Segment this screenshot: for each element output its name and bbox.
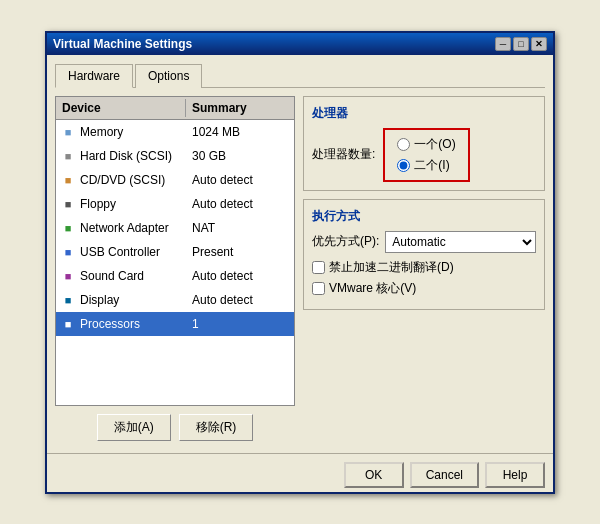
processor-radio-group: 一个(O) 二个(I) [383, 128, 469, 182]
processor-section: 处理器 处理器数量: 一个(O) 二个(I) [303, 96, 545, 191]
row-device-cell: ■ Display [56, 290, 186, 310]
bottom-buttons: 添加(A) 移除(R) [55, 414, 295, 441]
checkbox-vmware-input[interactable] [312, 282, 325, 295]
row-summary-cell: Auto detect [186, 195, 259, 213]
checkbox-binary[interactable]: 禁止加速二进制翻译(D) [312, 259, 536, 276]
row-device-name: Hard Disk (SCSI) [80, 149, 172, 163]
help-button[interactable]: Help [485, 462, 545, 488]
radio-option-two[interactable]: 二个(I) [397, 157, 455, 174]
tab-options[interactable]: Options [135, 64, 202, 88]
table-row[interactable]: ■ USB Controller Present [56, 240, 294, 264]
window-title: Virtual Machine Settings [53, 37, 192, 51]
remove-button[interactable]: 移除(R) [179, 414, 254, 441]
checkbox-vmware-label: VMware 核心(V) [329, 280, 416, 297]
radio-option-one[interactable]: 一个(O) [397, 136, 455, 153]
processor-section-title: 处理器 [312, 105, 536, 122]
row-summary-cell: Auto detect [186, 267, 259, 285]
row-summary-cell: 30 GB [186, 147, 232, 165]
priority-row: 优先方式(P): Automatic [312, 231, 536, 253]
table-row[interactable]: ■ Hard Disk (SCSI) 30 GB [56, 144, 294, 168]
radio-two[interactable] [397, 159, 410, 172]
row-device-name: CD/DVD (SCSI) [80, 173, 165, 187]
window-content: Hardware Options Device Summary ■ Memory… [47, 55, 553, 449]
table-row[interactable]: ■ Sound Card Auto detect [56, 264, 294, 288]
row-device-cell: ■ Memory [56, 122, 186, 142]
header-device: Device [56, 99, 186, 117]
title-bar-controls: ─ □ ✕ [495, 37, 547, 51]
table-row[interactable]: ■ CD/DVD (SCSI) Auto detect [56, 168, 294, 192]
row-device-cell: ■ Network Adapter [56, 218, 186, 238]
row-device-cell: ■ Processors [56, 314, 186, 334]
execution-section-title: 执行方式 [312, 208, 536, 225]
device-icon: ■ [60, 220, 76, 236]
priority-label: 优先方式(P): [312, 233, 379, 250]
ok-button[interactable]: OK [344, 462, 404, 488]
right-panel: 处理器 处理器数量: 一个(O) 二个(I) [303, 96, 545, 441]
row-device-cell: ■ Hard Disk (SCSI) [56, 146, 186, 166]
header-summary: Summary [186, 99, 253, 117]
title-bar: Virtual Machine Settings ─ □ ✕ [47, 33, 553, 55]
processor-count-label: 处理器数量: [312, 146, 375, 163]
checkbox-vmware[interactable]: VMware 核心(V) [312, 280, 536, 297]
row-device-name: USB Controller [80, 245, 160, 259]
device-icon: ■ [60, 148, 76, 164]
device-icon: ■ [60, 316, 76, 332]
execution-section: 执行方式 优先方式(P): Automatic 禁止加速二进制翻译(D) VMw… [303, 199, 545, 310]
table-row[interactable]: ■ Processors 1 [56, 312, 294, 336]
tabs: Hardware Options [55, 63, 545, 88]
radio-two-label: 二个(I) [414, 157, 449, 174]
device-icon: ■ [60, 292, 76, 308]
row-device-cell: ■ CD/DVD (SCSI) [56, 170, 186, 190]
add-button[interactable]: 添加(A) [97, 414, 171, 441]
row-device-name: Display [80, 293, 119, 307]
row-device-name: Floppy [80, 197, 116, 211]
row-device-cell: ■ Floppy [56, 194, 186, 214]
table-header: Device Summary [56, 97, 294, 120]
row-summary-cell: Present [186, 243, 239, 261]
device-icon: ■ [60, 124, 76, 140]
device-icon: ■ [60, 172, 76, 188]
row-summary-cell: 1 [186, 315, 205, 333]
cancel-button[interactable]: Cancel [410, 462, 479, 488]
row-device-name: Network Adapter [80, 221, 169, 235]
row-device-cell: ■ USB Controller [56, 242, 186, 262]
processor-count-row: 处理器数量: 一个(O) 二个(I) [312, 128, 536, 182]
radio-one[interactable] [397, 138, 410, 151]
priority-select[interactable]: Automatic [385, 231, 536, 253]
table-row[interactable]: ■ Network Adapter NAT [56, 216, 294, 240]
device-table: Device Summary ■ Memory 1024 MB ■ Hard D… [55, 96, 295, 406]
radio-one-label: 一个(O) [414, 136, 455, 153]
device-icon: ■ [60, 196, 76, 212]
row-summary-cell: 1024 MB [186, 123, 246, 141]
table-row[interactable]: ■ Floppy Auto detect [56, 192, 294, 216]
row-summary-cell: Auto detect [186, 291, 259, 309]
tab-hardware[interactable]: Hardware [55, 64, 133, 88]
checkbox-binary-input[interactable] [312, 261, 325, 274]
main-area: Device Summary ■ Memory 1024 MB ■ Hard D… [55, 96, 545, 441]
minimize-button[interactable]: ─ [495, 37, 511, 51]
table-row[interactable]: ■ Memory 1024 MB [56, 120, 294, 144]
footer-buttons: OK Cancel Help [47, 453, 553, 492]
maximize-button[interactable]: □ [513, 37, 529, 51]
main-window: Virtual Machine Settings ─ □ ✕ Hardware … [45, 31, 555, 494]
row-summary-cell: NAT [186, 219, 221, 237]
checkbox-binary-label: 禁止加速二进制翻译(D) [329, 259, 454, 276]
table-row[interactable]: ■ Display Auto detect [56, 288, 294, 312]
device-icon: ■ [60, 244, 76, 260]
device-icon: ■ [60, 268, 76, 284]
row-device-name: Memory [80, 125, 123, 139]
row-device-name: Processors [80, 317, 140, 331]
row-summary-cell: Auto detect [186, 171, 259, 189]
row-device-cell: ■ Sound Card [56, 266, 186, 286]
left-panel: Device Summary ■ Memory 1024 MB ■ Hard D… [55, 96, 295, 441]
table-body: ■ Memory 1024 MB ■ Hard Disk (SCSI) 30 G… [56, 120, 294, 336]
row-device-name: Sound Card [80, 269, 144, 283]
close-button[interactable]: ✕ [531, 37, 547, 51]
